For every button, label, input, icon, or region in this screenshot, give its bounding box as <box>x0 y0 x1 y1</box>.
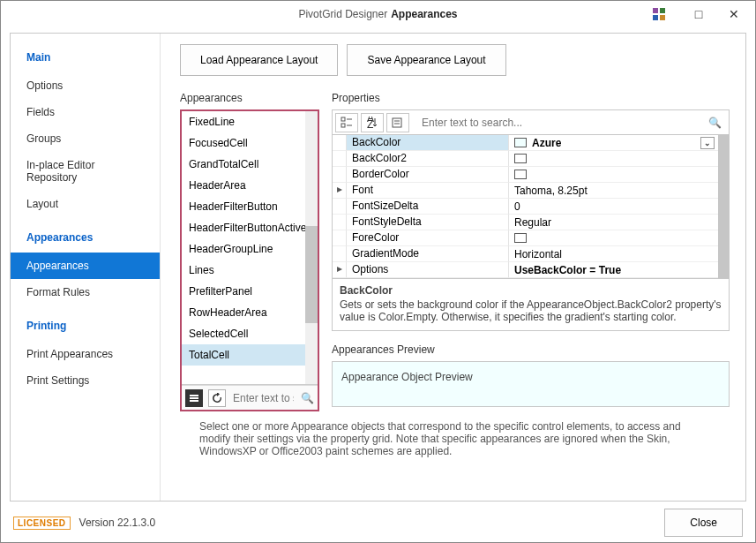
property-value[interactable]: 0 <box>509 199 729 215</box>
expand-icon[interactable] <box>333 199 347 215</box>
preview-section: Appearances Preview Appearance Object Pr… <box>332 343 730 407</box>
button-row: Load Appearance Layout Save Appearance L… <box>180 44 730 76</box>
property-value[interactable] <box>509 151 729 167</box>
property-row[interactable]: ▸OptionsUseBackColor = True <box>333 262 729 278</box>
sidebar-item-options[interactable]: Options <box>11 72 160 99</box>
property-value-text: Azure <box>532 137 561 149</box>
properties-column: Properties AZ <box>332 92 730 411</box>
search-icon[interactable]: 🔍 <box>708 117 722 129</box>
appearance-item[interactable]: HeaderArea <box>182 175 318 196</box>
appearance-item[interactable]: RowHeaderArea <box>182 302 318 323</box>
property-value-text: UseBackColor = True <box>514 264 621 276</box>
property-value[interactable]: Azure⌄ <box>509 135 729 151</box>
categorized-button[interactable] <box>335 113 358 132</box>
property-value[interactable]: Regular <box>509 215 729 230</box>
property-row[interactable]: GradientModeHorizontal <box>333 246 729 262</box>
window: PivotGrid Designer Appearances □ ✕ Main … <box>0 0 756 543</box>
property-row[interactable]: ForeColor <box>333 230 729 246</box>
property-name: FontStyleDelta <box>347 215 509 230</box>
property-row[interactable]: BackColorAzure⌄ <box>333 135 729 151</box>
preview-header: Appearances Preview <box>332 343 730 356</box>
expand-icon[interactable] <box>333 167 347 183</box>
appearances-column: Appearances FixedLineFocusedCellGrandTot… <box>180 92 319 411</box>
property-value-text: Horizontal <box>514 248 562 260</box>
color-swatch <box>514 233 527 243</box>
appearances-search-input[interactable] <box>231 391 296 405</box>
property-value-text: Tahoma, 8.25pt <box>514 185 588 197</box>
sidebar-item-appearances[interactable]: Appearances <box>11 253 160 279</box>
property-row[interactable]: FontSizeDelta0 <box>333 199 729 215</box>
svg-rect-6 <box>190 400 198 402</box>
expand-icon[interactable] <box>333 215 347 230</box>
property-name: BorderColor <box>347 167 509 183</box>
property-name: ForeColor <box>347 230 509 246</box>
content-frame: Main Options Fields Groups In-place Edit… <box>10 33 746 502</box>
window-title-bold: Appearances <box>391 8 457 20</box>
close-button[interactable]: Close <box>664 509 743 537</box>
refresh-button[interactable] <box>208 389 226 407</box>
expand-icon[interactable] <box>333 246 347 262</box>
licensed-badge: LICENSED <box>13 517 71 530</box>
property-row[interactable]: FontStyleDeltaRegular <box>333 215 729 230</box>
dropdown-icon[interactable]: ⌄ <box>700 137 715 149</box>
property-value[interactable] <box>509 230 729 246</box>
property-grid: BackColorAzure⌄BackColor2BorderColor▸Fon… <box>333 135 729 278</box>
load-layout-button[interactable]: Load Appearance Layout <box>180 44 338 76</box>
appearance-item[interactable]: SelectedCell <box>182 323 318 344</box>
appearance-item[interactable]: HeaderFilterButtonActive <box>182 217 318 238</box>
property-value[interactable]: Horizontal <box>509 246 729 262</box>
property-row[interactable]: BorderColor <box>333 167 729 183</box>
appearances-list: FixedLineFocusedCellGrandTotalCellHeader… <box>182 111 318 385</box>
scroll-thumb[interactable] <box>305 226 318 323</box>
sidebar-item-print-appearances[interactable]: Print Appearances <box>11 341 160 367</box>
property-name: FontSizeDelta <box>347 199 509 215</box>
appearance-item[interactable]: PrefilterPanel <box>182 281 318 302</box>
expand-icon[interactable] <box>333 230 347 246</box>
sidebar-item-format-rules[interactable]: Format Rules <box>11 279 160 305</box>
property-value[interactable]: UseBackColor = True <box>509 262 729 278</box>
svg-rect-3 <box>660 15 665 20</box>
sidebar-item-layout[interactable]: Layout <box>11 191 160 217</box>
property-row[interactable]: ▸FontTahoma, 8.25pt <box>333 183 729 199</box>
expand-icon[interactable] <box>333 151 347 167</box>
property-value-text: 0 <box>514 200 520 213</box>
appearance-item[interactable]: HeaderFilterButton <box>182 196 318 217</box>
appearance-item[interactable]: HeaderGroupLine <box>182 238 318 260</box>
titlebar: PivotGrid Designer Appearances □ ✕ <box>1 1 755 27</box>
appearance-item[interactable]: Lines <box>182 260 318 281</box>
preview-text: Appearance Object Preview <box>341 371 473 383</box>
main: Load Appearance Layout Save Appearance L… <box>161 34 745 501</box>
save-layout-button[interactable]: Save Appearance Layout <box>347 44 505 76</box>
expand-icon[interactable]: ▸ <box>333 262 347 278</box>
sidebar-item-fields[interactable]: Fields <box>11 99 160 125</box>
properties-search-input[interactable] <box>415 117 708 129</box>
property-pages-button[interactable] <box>386 113 409 132</box>
property-value[interactable] <box>509 167 729 183</box>
svg-rect-8 <box>341 124 345 127</box>
expand-icon[interactable]: ▸ <box>333 183 347 199</box>
sidebar-item-editor-repo[interactable]: In-place Editor Repository <box>11 152 160 191</box>
sidebar-item-groups[interactable]: Groups <box>11 125 160 152</box>
appearance-item[interactable]: GrandTotalCell <box>182 154 318 175</box>
appearance-item[interactable]: FocusedCell <box>182 132 318 154</box>
sidebar-header-main: Main <box>11 46 160 72</box>
appearance-item[interactable]: TotalCell <box>182 344 318 366</box>
property-value-text: Regular <box>514 216 551 229</box>
properties-toolbar: AZ 🔍 <box>333 110 729 135</box>
sidebar-item-print-settings[interactable]: Print Settings <box>11 367 160 394</box>
maximize-icon[interactable]: □ <box>688 7 709 21</box>
search-icon[interactable]: 🔍 <box>301 392 314 404</box>
appearance-item[interactable]: FixedLine <box>182 111 318 132</box>
property-value[interactable]: Tahoma, 8.25pt <box>509 183 729 199</box>
property-row[interactable]: BackColor2 <box>333 151 729 167</box>
view-grid-icon[interactable] <box>653 8 674 20</box>
close-icon[interactable]: ✕ <box>723 7 745 21</box>
select-all-button[interactable] <box>185 389 203 407</box>
prop-scroll-thumb[interactable] <box>718 135 729 278</box>
expand-icon[interactable] <box>333 135 347 151</box>
color-swatch <box>514 154 527 163</box>
appearances-header: Appearances <box>180 92 319 104</box>
svg-text:Z: Z <box>367 118 373 129</box>
alphabetical-button[interactable]: AZ <box>361 113 384 132</box>
svg-rect-13 <box>393 118 401 127</box>
